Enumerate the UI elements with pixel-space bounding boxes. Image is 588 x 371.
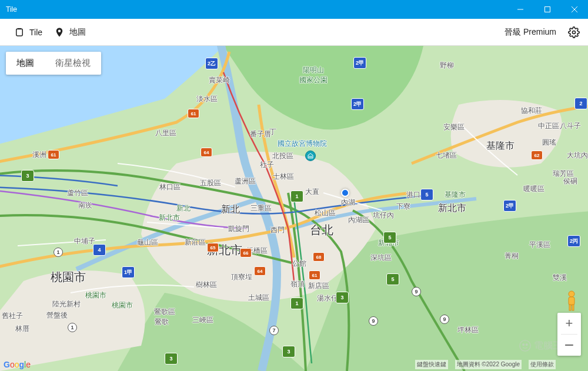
district-label: 雙溪 (553, 273, 567, 283)
district-label: 溪洲 (32, 150, 46, 160)
route-shield-nat: 3 (282, 346, 295, 357)
svg-point-13 (526, 344, 527, 346)
district-label: 大坑內 (567, 151, 588, 161)
svg-rect-8 (569, 297, 574, 305)
route-shield-prov: 4 (93, 244, 106, 256)
route-shield-cty: 1 (54, 248, 63, 257)
window-title: Tile (6, 5, 507, 14)
district-label: 五股區 (200, 178, 221, 188)
city-label-newtaipei-ne: 新北市 (438, 202, 466, 215)
zoom-out-button[interactable]: − (557, 335, 581, 356)
district-label: 松山區 (315, 208, 336, 218)
map-canvas[interactable]: 地圖 衛星檢視 台北 新北市 新北 桃園市 基隆市 新北市 基隆市 新北市 桃園… (0, 46, 588, 371)
district-label: 南崁 (78, 200, 92, 210)
district-label: 頂寮埕 (231, 272, 252, 282)
district-label: 新店區 (308, 281, 329, 291)
district-label: 七堵區 (436, 151, 457, 161)
district-label: 三峽區 (192, 315, 213, 325)
map-data-text: 地圖資料 ©2022 Google (455, 360, 522, 369)
district-label: 舊社子 (2, 311, 23, 321)
minimize-button[interactable] (507, 0, 534, 19)
district-label: 龜山區 (137, 238, 158, 248)
route-shield-nat: 5 (386, 273, 399, 285)
route-shield-prov: 2乙 (205, 58, 218, 69)
svg-point-11 (520, 340, 530, 351)
district-label: 凱旋門 (228, 224, 249, 234)
route-shield-nat: 1 (290, 298, 303, 309)
route-shield-cty: 9 (412, 287, 421, 296)
window-titlebar: Tile (0, 0, 588, 19)
tile-nav-label: Tile (29, 28, 42, 37)
premium-button[interactable]: 晉級 Premium (499, 24, 562, 41)
route-shield-nat: 3 (336, 292, 349, 303)
route-shield-exp: 61 (309, 270, 320, 280)
svg-rect-4 (16, 29, 23, 36)
route-shield-exp: 66 (240, 248, 252, 258)
district-label: 樹林區 (196, 280, 217, 290)
district-label: 安樂區 (443, 122, 465, 132)
route-shield-prov: 5 (420, 189, 433, 200)
tile-nav-button[interactable]: Tile (8, 24, 48, 41)
close-button[interactable] (561, 0, 588, 19)
map-nav-label: 地圖 (69, 27, 86, 38)
district-label: 八里區 (155, 128, 176, 138)
svg-rect-1 (545, 7, 550, 12)
svg-point-12 (523, 344, 524, 346)
map-type-satellite[interactable]: 衛星檢視 (45, 52, 101, 75)
svg-rect-9 (569, 305, 571, 310)
map-nav-button[interactable]: 地圖 (48, 23, 92, 42)
district-label: 營盤後 (46, 310, 68, 320)
tile-icon (14, 27, 25, 38)
district-label: 鶯歌區 (154, 307, 175, 317)
map-type-map[interactable]: 地圖 (6, 52, 45, 75)
city-label-xinbei: 新北 (221, 203, 240, 216)
district-label: 三重區 (250, 203, 272, 213)
district-label: 平溪區 (529, 240, 550, 250)
district-label: 內湖 (341, 198, 355, 208)
poi-museum-marker[interactable] (305, 151, 316, 161)
route-shield-exp: 68 (313, 252, 325, 262)
route-shield-prov: 2甲 (503, 200, 516, 212)
location-pin-icon (54, 26, 65, 38)
district-label: 番子厝 (250, 129, 271, 139)
district-label: 港口 (406, 190, 420, 200)
district-label: 圓瑤 (542, 138, 556, 148)
district-label: 士林區 (273, 172, 294, 182)
route-shield-exp: 62 (531, 151, 543, 160)
terms-link[interactable]: 使用條款 (529, 360, 556, 369)
route-shield-exp: 65 (207, 243, 219, 252)
district-label: 中埔子 (74, 236, 95, 246)
route-shield-prov: 2甲 (353, 57, 366, 69)
district-label: 坑仔內 (373, 210, 394, 220)
district-label: 菁桐 (505, 251, 519, 261)
poi-museum-label: 國立故宮博物院 (278, 139, 327, 149)
maximize-button[interactable] (534, 0, 561, 19)
toolbar: Tile 地圖 晉級 Premium (0, 19, 588, 46)
district-label: 林厝 (15, 324, 29, 334)
user-location-dot (341, 189, 349, 197)
pegman-button[interactable] (562, 290, 581, 312)
route-shield-exp: 61 (48, 150, 59, 159)
district-label: 中正區 (538, 121, 559, 131)
route-shield-exp: 64 (254, 266, 266, 276)
district-label: 陸光新村 (52, 299, 81, 309)
route-shield-nat: 3 (21, 170, 34, 182)
route-shield-exp: 64 (201, 148, 212, 157)
district-label: 賣菜崎 (209, 75, 230, 85)
district-label: 社子 (260, 160, 274, 170)
route-shield-nat: 3 (165, 353, 178, 365)
shortcuts-link[interactable]: 鍵盤快速鍵 (415, 360, 448, 369)
district-label: 林口區 (159, 182, 181, 192)
district-label: 湯水仔 (317, 293, 338, 303)
district-label: 嶺頂 (290, 279, 305, 289)
district-label: 蘆洲區 (235, 176, 256, 186)
settings-button[interactable] (568, 26, 580, 38)
route-shield-cty: 9 (369, 316, 378, 326)
district-label: 深坑區 (370, 253, 392, 263)
map-type-switcher: 地圖 衛星檢視 (6, 52, 101, 75)
district-label: 西門 (270, 225, 285, 235)
route-shield-cty: 9 (440, 315, 449, 324)
route-shield-prov: 2甲 (351, 98, 364, 110)
zoom-in-button[interactable]: + (557, 313, 581, 334)
route-shield-nat: 5 (383, 232, 396, 243)
